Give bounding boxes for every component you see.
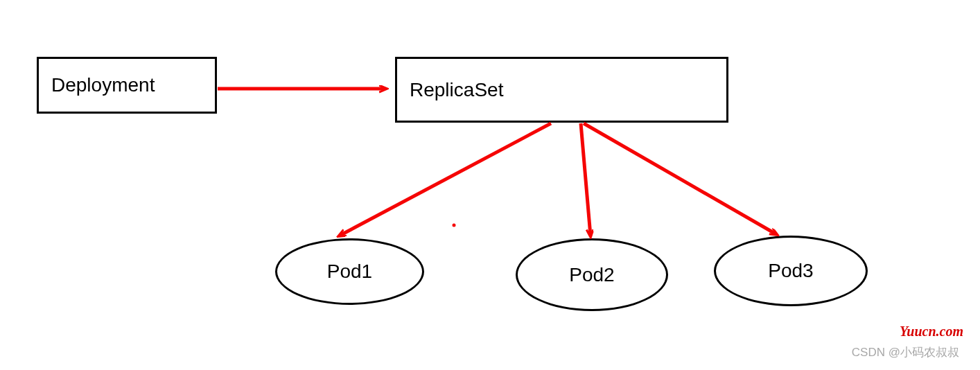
watermark-site: Yuucn.com bbox=[900, 324, 963, 340]
deployment-node: Deployment bbox=[37, 57, 217, 114]
pod1-node: Pod1 bbox=[275, 238, 424, 305]
arrow-layer bbox=[0, 0, 980, 370]
replicaset-label: ReplicaSet bbox=[410, 79, 503, 101]
pod2-node: Pod2 bbox=[516, 238, 668, 311]
arrow-replicaset-pod3 bbox=[584, 123, 776, 234]
deployment-label: Deployment bbox=[51, 74, 155, 96]
pod1-label: Pod1 bbox=[327, 261, 372, 283]
replicaset-node: ReplicaSet bbox=[395, 57, 728, 123]
pod3-node: Pod3 bbox=[714, 236, 868, 306]
stray-dot bbox=[453, 224, 456, 227]
watermark-author: CSDN @小码农叔叔 bbox=[852, 344, 959, 360]
pod2-label: Pod2 bbox=[569, 264, 614, 286]
arrow-replicaset-pod2 bbox=[581, 123, 590, 236]
pod3-label: Pod3 bbox=[768, 260, 813, 282]
arrow-replicaset-pod1 bbox=[340, 123, 551, 236]
